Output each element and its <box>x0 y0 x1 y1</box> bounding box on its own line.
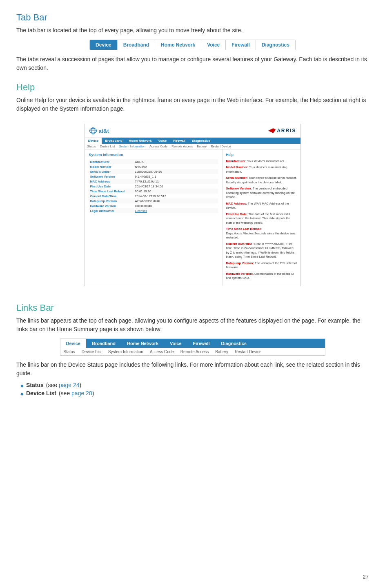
ss-help-panel-title: Help <box>226 153 297 158</box>
ss-section-title: System Information <box>89 153 218 157</box>
page-28-link[interactable]: page 28 <box>71 390 92 396</box>
lb-nav-diagnostics[interactable]: Diagnostics <box>216 339 252 348</box>
table-cell-value: 1286000225705456 <box>134 169 218 174</box>
lb-link-access-code[interactable]: Access Code <box>150 350 174 354</box>
list-item-status: Status (see page 24) <box>20 382 369 388</box>
table-row: Time Since Last Reboot00:01:19:10 <box>89 189 218 194</box>
table-cell-label: Serial Number <box>89 169 134 174</box>
links-bar-description1: The links bar appears at the top of each… <box>16 316 369 334</box>
lb-link-device-list[interactable]: Device List <box>82 350 102 354</box>
ss-nav-firewall[interactable]: Firewall <box>170 138 189 144</box>
nav-item-diagnostics[interactable]: Diagnostics <box>256 40 295 50</box>
ss-nav-device[interactable]: Device <box>85 138 102 144</box>
table-row: Serial Number1286000225705456 <box>89 169 218 174</box>
table-cell-value: 7476:12:d5:6d:11 <box>134 179 218 184</box>
table-cell-value: 9.1.4h0d39_1.1 <box>134 174 218 179</box>
arris-logo: ARRIS <box>268 128 296 134</box>
nav-item-voice[interactable]: Voice <box>201 40 226 50</box>
att-logo-icon <box>89 127 97 135</box>
table-cell-value: 00:01:19:10 <box>134 189 218 194</box>
table-cell-label: Current Date/Time <box>89 194 134 198</box>
table-cell-label: Time Since Last Reboot <box>89 189 134 194</box>
lb-nav-firewall[interactable]: Firewall <box>187 339 216 348</box>
ss-link-battery[interactable]: Battery <box>197 145 207 148</box>
tab-bar-nav-container: Device Broadband Home Network Voice Fire… <box>16 40 369 50</box>
nav-item-broadband[interactable]: Broadband <box>118 40 155 50</box>
table-cell-label: Software Version <box>89 174 134 179</box>
table-row: Current Date/Time2014-03-17T19:10:51Z <box>89 194 218 198</box>
ss-link-system-info[interactable]: System Information <box>119 145 145 148</box>
ss-help-item-datapump: Datapump Version: The version of the DSL… <box>226 261 297 270</box>
ss-nav-home-network[interactable]: Home Network <box>126 138 155 144</box>
help-title: Help <box>16 82 369 93</box>
table-row: Software Version9.1.4h0d39_1.1 <box>89 174 218 179</box>
table-cell-value: ARRIS <box>134 159 218 164</box>
bullet-item-device-list-label: Device List <box>26 390 56 396</box>
ss-nav-diagnostics[interactable]: Diagnostics <box>189 138 214 144</box>
help-screenshot-wrapper: at&t ARRIS Device Broadband Home Netw <box>16 117 369 293</box>
ss-help-item-model: Model Number: Your device's manufacturin… <box>226 165 297 174</box>
tab-bar-description: The tab bar is located at the top of eve… <box>16 26 369 35</box>
ss-header: at&t ARRIS <box>85 124 300 138</box>
att-logo-text: at&t <box>99 128 109 134</box>
lb-link-system-info[interactable]: System Information <box>108 350 143 354</box>
lb-link-remote-access[interactable]: Remote Access <box>180 350 209 354</box>
nav-item-home-network[interactable]: Home Network <box>155 40 201 50</box>
bullet-item-status-label: Status <box>26 382 44 388</box>
table-cell-value: NVG599 <box>134 164 218 169</box>
lb-nav-device[interactable]: Device <box>60 339 86 348</box>
bullet-list: Status (see page 24) Device List (see pa… <box>20 382 369 396</box>
ss-body: System Information ManufacturerARRIS Mod… <box>85 149 300 286</box>
table-cell-value: Licenses <box>134 208 218 213</box>
ss-help-item-datetime: Current Date/Time: Date in YYYY-MM-DD, T… <box>226 242 297 259</box>
bullet-item-status-link: (see page 24) <box>46 382 81 388</box>
tab-bar-section: Tab Bar The tab bar is located at the to… <box>16 12 369 72</box>
table-cell-label: MAC Address <box>89 179 134 184</box>
lb-nav-voice[interactable]: Voice <box>164 339 187 348</box>
ss-inner-nav: Device Broadband Home Network Voice Fire… <box>85 138 300 144</box>
lb-link-restart[interactable]: Restart Device <box>235 350 262 354</box>
nav-item-firewall[interactable]: Firewall <box>226 40 256 50</box>
help-section: Help Online Help for your device is avai… <box>16 82 369 293</box>
links-bar-nav-bottom: Status Device List System Information Ac… <box>60 348 325 355</box>
table-cell-value: A2pvbF039d.d24k <box>134 198 218 203</box>
table-row: Hardware Version0103130046 <box>89 203 218 208</box>
lb-nav-home-network[interactable]: Home Network <box>121 339 164 348</box>
table-cell-label: Model Number <box>89 164 134 169</box>
table-cell-label: Datapump Version <box>89 198 134 203</box>
ss-link-device-list[interactable]: Device List <box>100 145 115 148</box>
ss-link-remote-access[interactable]: Remote Access <box>171 145 193 148</box>
table-cell-value: 2014-03-17T19:10:51Z <box>134 194 218 198</box>
ss-link-access-code[interactable]: Access Code <box>149 145 167 148</box>
table-row: MAC Address7476:12:d5:6d:11 <box>89 179 218 184</box>
page-24-link[interactable]: page 24 <box>59 382 80 388</box>
table-row: ManufacturerARRIS <box>89 159 218 164</box>
ss-help-item-software: Software Version: The version of embedde… <box>226 187 297 200</box>
help-screenshot: at&t ARRIS Device Broadband Home Netw <box>85 124 301 286</box>
ss-help-item-reboot: Time Since Last Reboot: Days:Hours:Minut… <box>226 227 297 240</box>
lb-nav-broadband[interactable]: Broadband <box>86 339 121 348</box>
table-row: First Use Date2014/03/17 18:34:56 <box>89 184 218 189</box>
ss-nav-voice[interactable]: Voice <box>155 138 170 144</box>
ss-nav-broadband[interactable]: Broadband <box>102 138 125 144</box>
tab-bar-description2: The tabs reveal a succession of pages th… <box>16 55 369 72</box>
ss-link-status[interactable]: Status <box>87 145 96 148</box>
table-cell-value: 2014/03/17 18:34:56 <box>134 184 218 189</box>
table-cell-label: First Use Date <box>89 184 134 189</box>
table-row: Legal DisclaimerLicenses <box>89 208 218 213</box>
ss-main-area: System Information ManufacturerARRIS Mod… <box>85 149 223 286</box>
lb-link-battery[interactable]: Battery <box>215 350 228 354</box>
ss-inner-links: Status Device List System Information Ac… <box>85 144 300 149</box>
ss-info-table: ManufacturerARRIS Model NumberNVG599 Ser… <box>89 159 218 213</box>
nav-item-device[interactable]: Device <box>90 40 118 50</box>
arris-plane-icon <box>268 128 276 133</box>
ss-link-restart[interactable]: Restart Device <box>211 145 231 148</box>
table-row: Datapump VersionA2pvbF039d.d24k <box>89 198 218 203</box>
bullet-item-device-list-link: (see page 28) <box>59 390 94 396</box>
ss-help-item-manufacturer: Manufacturer: Your device's manufacturer… <box>226 159 297 164</box>
ss-help-item-firstuse: First Use Date: The date of the first su… <box>226 212 297 225</box>
lb-link-status[interactable]: Status <box>64 350 75 354</box>
arris-logo-text: ARRIS <box>277 128 296 134</box>
list-item-device-list: Device List (see page 28) <box>20 390 369 396</box>
links-bar-nav-top: Device Broadband Home Network Voice Fire… <box>60 339 325 348</box>
